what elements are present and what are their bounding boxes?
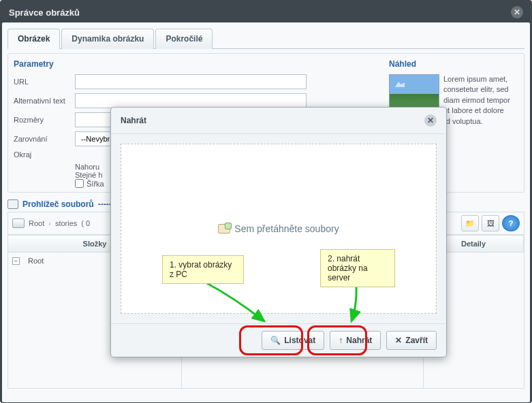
upload-button[interactable]: ↑ Nahrát xyxy=(330,331,381,350)
path-stories[interactable]: stories xyxy=(55,219,77,227)
folder-upload-icon xyxy=(218,224,230,233)
dropzone[interactable]: Sem přetáhněte soubory xyxy=(121,144,437,314)
path-count: ( 0 xyxy=(81,219,90,227)
alt-label: Alternativní text xyxy=(14,97,75,105)
browse-button[interactable]: 🔍 Listovat xyxy=(262,331,324,350)
upload-footer: 🔍 Listovat ↑ Nahrát ✕ Zavřít xyxy=(111,323,446,357)
upload-label: Nahrát xyxy=(346,336,372,345)
expander-icon[interactable]: − xyxy=(12,257,20,265)
align-label: Zarovnání xyxy=(14,135,75,143)
tab-advanced[interactable]: Pokročilé xyxy=(155,29,213,49)
upload-title: Nahrát xyxy=(121,116,146,125)
file-browser-icon xyxy=(7,199,18,209)
url-input[interactable] xyxy=(75,74,307,89)
preview-thumbnail xyxy=(389,74,439,110)
folder-plus-icon: 📁 xyxy=(465,219,475,228)
main-title: Správce obrázků xyxy=(9,7,80,18)
tab-image[interactable]: Obrázek xyxy=(7,29,60,49)
help-icon: ? xyxy=(509,219,514,227)
close-button[interactable]: ✕ Zavřít xyxy=(386,331,437,350)
picture-icon: 🖼 xyxy=(487,219,495,227)
upload-dialog: Nahrát ✕ Sem přetáhněte soubory 🔍 Listov… xyxy=(110,107,447,357)
image-button[interactable]: 🖼 xyxy=(482,215,499,231)
dim-label: Rozměry xyxy=(14,116,75,124)
url-label: URL xyxy=(14,78,75,86)
upload-body: Sem přetáhněte soubory xyxy=(111,134,446,323)
close-icon[interactable]: ✕ xyxy=(424,114,437,127)
upload-titlebar: Nahrát ✕ xyxy=(111,108,446,134)
path-sep: › xyxy=(48,219,51,227)
width-input[interactable] xyxy=(75,112,116,127)
file-browser-title: Prohlížeč souborů xyxy=(22,199,94,209)
params-heading: Parametry xyxy=(14,59,378,69)
tabs: Obrázek Dynamika obrázku Pokročilé xyxy=(7,28,525,49)
preview-heading: Náhled xyxy=(389,59,518,69)
callout-step2: 2. nahrát obrázky na server xyxy=(320,249,395,287)
dropzone-text: Sem přetáhněte soubory xyxy=(234,223,339,234)
close-icon[interactable]: ✕ xyxy=(511,6,523,18)
browse-label: Listovat xyxy=(284,336,315,345)
search-icon: 🔍 xyxy=(270,336,281,345)
toolbar-buttons: 📁 🖼 ? xyxy=(461,215,520,231)
path-root[interactable]: Root xyxy=(29,219,44,227)
width-checkbox[interactable] xyxy=(75,179,84,188)
close-label: Zavřít xyxy=(405,336,428,345)
tab-dynamics[interactable]: Dynamika obrázku xyxy=(61,29,154,49)
drive-icon xyxy=(12,219,25,228)
upload-arrow-icon: ↑ xyxy=(339,336,343,345)
new-folder-button[interactable]: 📁 xyxy=(461,215,479,231)
folder-root-label: Root xyxy=(28,257,44,265)
callout-step1: 1. vybrat obrázky z PC xyxy=(162,255,244,284)
main-titlebar: Správce obrázků ✕ xyxy=(2,2,530,22)
close-x-icon: ✕ xyxy=(395,336,402,345)
alt-input[interactable] xyxy=(75,93,307,108)
help-button[interactable]: ? xyxy=(502,215,520,231)
width-chk-label: Šířka xyxy=(87,180,104,188)
border-label: Okraj xyxy=(14,150,75,159)
